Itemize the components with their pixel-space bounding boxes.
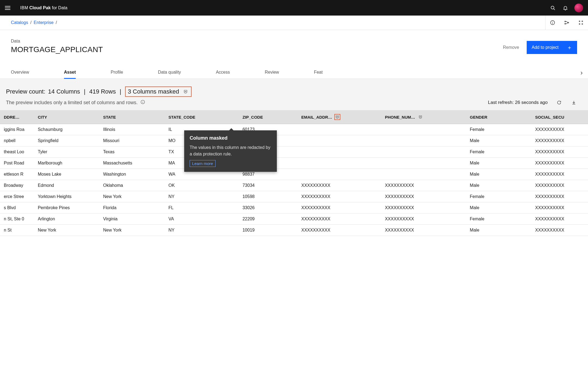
cell-state: New York — [99, 191, 165, 202]
cell-phone — [381, 124, 466, 135]
table-row[interactable]: iggins RoaSchaumburgIllinoisIL60173Femal… — [0, 124, 588, 135]
column-header-phone[interactable]: PHONE_NUM… — [381, 110, 466, 124]
breadcrumb-catalogs[interactable]: Catalogs — [11, 20, 28, 25]
brand-ibm: IBM — [20, 5, 28, 10]
cell-gender: Male — [466, 180, 531, 191]
cell-code: FL — [165, 202, 239, 214]
breadcrumb-sep-2: / — [56, 20, 57, 25]
table-row[interactable]: s BlvdPembroke PinesFloridaFL33026XXXXXX… — [0, 202, 588, 214]
svg-point-8 — [579, 21, 580, 22]
cell-state: New York — [99, 225, 165, 236]
tab-feature-group[interactable]: Feat — [314, 66, 323, 79]
cell-ssn: XXXXXXXXXX — [531, 169, 588, 180]
cell-email — [298, 158, 381, 169]
hamburger-menu-icon[interactable] — [5, 4, 13, 12]
column-header-gender[interactable]: GENDER — [466, 110, 531, 124]
info-icon[interactable] — [545, 16, 560, 30]
svg-point-6 — [565, 23, 566, 24]
svg-point-16 — [143, 101, 143, 101]
cell-state: Washington — [99, 169, 165, 180]
column-header-code[interactable]: STATE_CODE — [165, 110, 239, 124]
cell-ssn: XXXXXXXXXX — [531, 180, 588, 191]
shield-mask-icon[interactable] — [334, 114, 340, 120]
column-header-ssn[interactable]: SOCIAL_SECU — [531, 110, 588, 124]
lineage-icon[interactable] — [560, 16, 574, 30]
cell-addr: iggins Roa — [0, 124, 34, 135]
refresh-icon[interactable] — [556, 99, 562, 106]
preview-divider-2: | — [120, 88, 121, 95]
preview-rows: 419 Rows — [89, 88, 116, 95]
tab-data-quality[interactable]: Data quality — [158, 66, 181, 79]
page-title: MORTGAGE_APPLICANT — [11, 45, 503, 54]
cell-email — [298, 135, 381, 146]
cell-email — [298, 146, 381, 158]
cell-state: Virginia — [99, 214, 165, 225]
cell-zip: 33026 — [239, 202, 298, 214]
tab-review[interactable]: Review — [265, 66, 279, 79]
preview-masked-text: 3 Columns masked — [128, 88, 179, 95]
preview-masked-highlight: 3 Columns masked — [125, 86, 192, 97]
column-header-city[interactable]: CITY — [34, 110, 99, 124]
table-row[interactable]: n St, Ste 0ArlingtonVirginiaVA22209XXXXX… — [0, 214, 588, 225]
column-header-addr[interactable]: DDRE… — [0, 110, 34, 124]
column-header-email[interactable]: EMAIL_ADDR… — [298, 110, 381, 124]
column-header-label: EMAIL_ADDR… — [301, 115, 332, 119]
cell-city: Edmond — [34, 180, 99, 191]
column-header-zip[interactable]: ZIP_CODE — [239, 110, 298, 124]
add-to-project-button[interactable]: Add to project ＋ — [527, 41, 577, 54]
search-icon[interactable] — [547, 2, 559, 14]
column-header-label: CITY — [38, 115, 47, 119]
breadcrumb-actions — [545, 16, 588, 30]
svg-point-9 — [582, 21, 583, 22]
column-header-label: GENDER — [470, 115, 487, 119]
cell-state: Oklahoma — [99, 180, 165, 191]
avatar[interactable] — [574, 4, 583, 12]
related-assets-icon[interactable] — [574, 16, 588, 30]
cell-city: Arlington — [34, 214, 99, 225]
cell-city: Moses Lake — [34, 169, 99, 180]
breadcrumb: Catalogs / Enterprise / — [0, 16, 588, 30]
add-to-project-label: Add to project — [532, 45, 559, 50]
tab-profile[interactable]: Profile — [111, 66, 123, 79]
download-icon[interactable] — [571, 99, 577, 106]
remove-button[interactable]: Remove — [503, 45, 519, 50]
brand: IBM Cloud Pak for Data — [20, 5, 67, 10]
last-refresh-label: Last refresh: — [488, 100, 514, 105]
asset-header: Data MORTGAGE_APPLICANT Remove Add to pr… — [0, 30, 588, 54]
table-row[interactable]: n StNew YorkNew YorkNY10019XXXXXXXXXXXXX… — [0, 225, 588, 236]
table-row[interactable]: BroadwayEdmondOklahomaOK73034XXXXXXXXXXX… — [0, 180, 588, 191]
cell-code: VA — [165, 214, 239, 225]
breadcrumb-sep: / — [30, 20, 31, 25]
preview-bar: Preview count: 14 Columns | 419 Rows | 3… — [0, 79, 588, 110]
cell-gender: Male — [466, 158, 531, 169]
table-row[interactable]: theast LooTylerTexasTX75701FemaleXXXXXXX… — [0, 146, 588, 158]
cell-ssn: XXXXXXXXXX — [531, 135, 588, 146]
cell-ssn: XXXXXXXXXX — [531, 146, 588, 158]
cell-state: Florida — [99, 202, 165, 214]
shield-mask-icon[interactable] — [417, 114, 423, 120]
info-icon-small[interactable] — [140, 100, 145, 106]
cell-addr: n St, Ste 0 — [0, 214, 34, 225]
column-header-label: PHONE_NUM… — [385, 115, 415, 119]
column-header-state[interactable]: STATE — [99, 110, 165, 124]
bell-icon[interactable] — [559, 2, 572, 14]
cell-gender: Male — [466, 135, 531, 146]
tab-overflow-right-icon[interactable] — [578, 69, 585, 77]
tab-asset[interactable]: Asset — [64, 66, 76, 79]
table-row[interactable]: ettleson RMoses LakeWashingtonWA98837Mal… — [0, 169, 588, 180]
tooltip-learn-more-link[interactable]: Learn more — [190, 160, 216, 167]
plus-icon: ＋ — [567, 45, 572, 50]
cell-ssn: XXXXXXXXXX — [531, 225, 588, 236]
tab-access[interactable]: Access — [216, 66, 230, 79]
table-row[interactable]: erce StreeYorktown HeightsNew YorkNY1059… — [0, 191, 588, 202]
tooltip-title: Column masked — [190, 135, 271, 141]
cell-phone: XXXXXXXXXX — [381, 214, 466, 225]
cell-code: NY — [165, 225, 239, 236]
cell-gender: Male — [466, 169, 531, 180]
table-header-row: DDRE…CITYSTATESTATE_CODEZIP_CODEEMAIL_AD… — [0, 110, 588, 124]
table-row[interactable]: npbellSpringfieldMissouriMO65898MaleXXXX… — [0, 135, 588, 146]
cell-state: Massachusetts — [99, 158, 165, 169]
tab-overview[interactable]: Overview — [11, 66, 29, 79]
breadcrumb-enterprise[interactable]: Enterprise — [34, 20, 54, 25]
table-row[interactable]: Post RoadMarlboroughMassachusettsMA1752M… — [0, 158, 588, 169]
